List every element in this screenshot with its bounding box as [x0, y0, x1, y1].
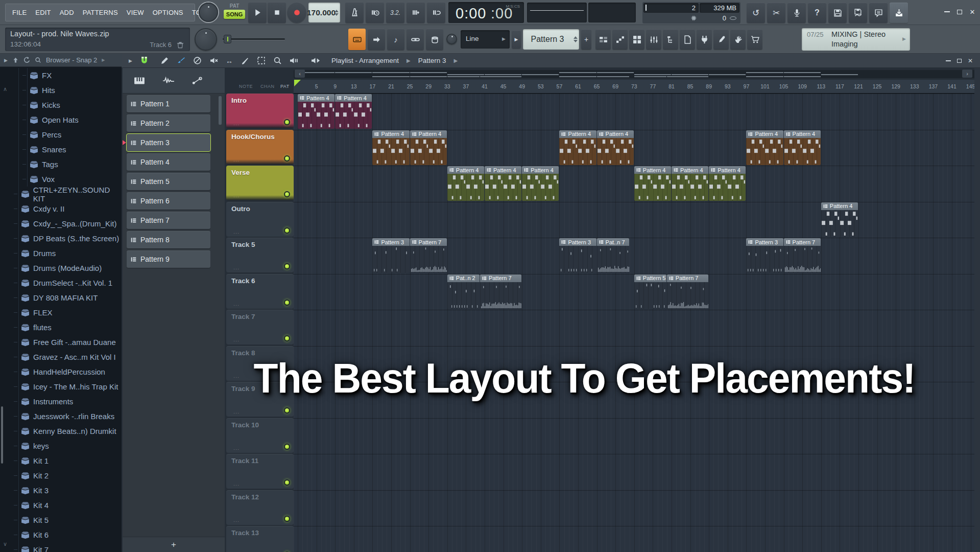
playlist-breadcrumb-pattern[interactable]: Pattern 3	[418, 57, 446, 64]
browser-item[interactable]: Kit 3	[0, 483, 122, 498]
typing-keyboard-button[interactable]	[348, 29, 366, 50]
pattern-list-item[interactable]: Pattern 1	[127, 95, 210, 112]
playback-tool-icon[interactable]	[311, 56, 320, 65]
clip-menu-icon[interactable]	[786, 132, 791, 136]
slice-tool-icon[interactable]	[241, 56, 249, 65]
browser-item[interactable]: CTRL+ZEYN..SOUND KIT	[0, 187, 122, 201]
track-enable-led[interactable]	[284, 335, 290, 341]
playlist-clip[interactable]: Pattern 4	[672, 166, 708, 201]
playlist-clip[interactable]: Pattern 7	[784, 238, 821, 273]
track-header-track-13[interactable]: Track 13...	[226, 526, 294, 552]
oscilloscope-panel[interactable]	[527, 3, 587, 22]
track-header-track-10[interactable]: Track 10...	[226, 418, 294, 453]
tempo-spinner[interactable]	[334, 3, 339, 22]
drum-mode-button[interactable]	[426, 29, 443, 50]
mute-tool-icon[interactable]	[209, 56, 218, 65]
zoom-tool-icon[interactable]	[273, 56, 282, 65]
browser-item[interactable]: Drums (ModeAudio)	[0, 261, 122, 275]
clip-menu-icon[interactable]	[374, 240, 379, 244]
shuffle-slider-thumb[interactable]	[224, 35, 231, 43]
draw-pencil-icon[interactable]	[160, 56, 169, 65]
undo-button[interactable]: ↺	[747, 3, 765, 23]
menu-item-add[interactable]: ADD	[60, 9, 74, 16]
playlist-clip[interactable]: Pattern 4	[597, 130, 634, 165]
slip-tool-icon[interactable]: ↔	[226, 57, 233, 65]
track-enable-led[interactable]	[284, 263, 290, 269]
graph-editor-button[interactable]	[612, 29, 628, 50]
browser-item[interactable]: Kenny Beats..n) Drumkit	[0, 424, 122, 439]
menu-item-view[interactable]: VIEW	[127, 9, 144, 16]
pattern-list-item[interactable]: Pattern 4	[127, 153, 210, 171]
preview-tool-icon[interactable]	[290, 56, 298, 65]
menu-item-patterns[interactable]: PATTERNS	[83, 9, 118, 16]
scroll-right-button[interactable]: ›	[962, 70, 972, 78]
picker-button[interactable]	[595, 29, 611, 50]
clip-menu-icon[interactable]	[561, 132, 566, 136]
clip-menu-icon[interactable]	[337, 96, 342, 100]
clip-menu-icon[interactable]	[748, 132, 753, 136]
pattern-selector[interactable]: Pattern 3	[523, 29, 579, 50]
browser-up-icon[interactable]	[12, 57, 19, 63]
playlist-clip[interactable]: Pattern 4	[447, 166, 484, 201]
search-icon[interactable]	[35, 57, 41, 63]
link-button[interactable]	[407, 29, 424, 50]
browser-menu-arrow-icon[interactable]: ▶	[4, 58, 8, 63]
track-options-label[interactable]: ...	[233, 373, 240, 379]
browser-item[interactable]: Drums	[0, 246, 122, 261]
track-options-label[interactable]: ...	[233, 264, 240, 270]
browser-item[interactable]: FX	[0, 68, 122, 83]
export-button[interactable]	[890, 3, 908, 23]
track-options-label[interactable]: ...	[233, 517, 240, 523]
playlist-clip[interactable]: Pattern 4	[709, 166, 746, 201]
menu-item-options[interactable]: OPTIONS	[153, 9, 183, 16]
playlist-clip[interactable]: Pattern 4	[298, 94, 334, 129]
window-minimize-button[interactable]	[941, 7, 952, 16]
playlist-clip[interactable]: Pattern 4	[522, 166, 559, 201]
pattern-list-item[interactable]: Pattern 2	[127, 114, 210, 132]
audio-tab-icon[interactable]	[162, 76, 175, 85]
browser-item[interactable]: Kit 5	[0, 513, 122, 527]
browser-item[interactable]: DP Beats (S..the Screen)	[0, 231, 122, 246]
clip-menu-icon[interactable]	[599, 240, 604, 244]
mini-knob[interactable]	[446, 34, 457, 44]
record-button[interactable]	[287, 2, 306, 23]
clip-menu-icon[interactable]	[786, 240, 791, 244]
clip-menu-icon[interactable]	[487, 168, 491, 172]
browser-item[interactable]: Kicks	[0, 98, 122, 112]
note-slide-button[interactable]: ♪	[387, 29, 404, 50]
playlist-clip[interactable]: Pattern 3	[746, 238, 783, 273]
browser-item[interactable]: Icey - The M..his Trap Kit	[0, 379, 122, 394]
clip-menu-icon[interactable]	[561, 240, 566, 244]
pattern-list-item[interactable]: Pattern 9	[127, 250, 210, 268]
browser-item[interactable]: Snares	[0, 142, 122, 157]
playlist-clip[interactable]: Pattern 4	[485, 166, 521, 201]
track-enable-led[interactable]	[284, 155, 290, 162]
clip-menu-icon[interactable]	[482, 276, 487, 281]
clip-menu-icon[interactable]	[449, 276, 454, 281]
browser-item[interactable]: Kit 2	[0, 468, 122, 483]
paint-brush-icon[interactable]	[177, 56, 185, 65]
pattern-menu-button[interactable]: ▶	[512, 30, 521, 49]
snap-value[interactable]: Line	[466, 35, 479, 42]
save-new-version-button[interactable]	[849, 3, 867, 23]
channel-rack-button[interactable]	[629, 29, 644, 50]
wait-for-input-button[interactable]	[366, 2, 384, 23]
playlist-clip[interactable]: Pattern 4	[746, 130, 783, 165]
playlist-clip[interactable]: Pattern 5	[634, 274, 666, 309]
stop-button[interactable]	[268, 2, 286, 23]
clip-menu-icon[interactable]	[823, 204, 828, 209]
clip-menu-icon[interactable]	[748, 240, 753, 244]
clip-menu-icon[interactable]	[711, 168, 715, 172]
shuffle-slider-track[interactable]	[223, 38, 285, 40]
playlist-clip[interactable]: Pattern 4	[784, 130, 821, 165]
playlist-vertical-scrollbar[interactable]	[974, 68, 980, 552]
track-enable-led[interactable]	[284, 191, 290, 197]
clip-menu-icon[interactable]	[524, 168, 529, 172]
help-button[interactable]: ?	[808, 3, 826, 23]
browser-item[interactable]: HandHeldPercussion	[0, 364, 122, 379]
track-options-label[interactable]: ...	[233, 192, 240, 198]
project-files-button[interactable]	[680, 29, 695, 50]
playlist-breadcrumb[interactable]: Playlist - Arrangement	[331, 57, 399, 64]
clip-menu-icon[interactable]	[449, 168, 454, 172]
playlist-clip[interactable]: Pattern 4	[335, 94, 372, 129]
